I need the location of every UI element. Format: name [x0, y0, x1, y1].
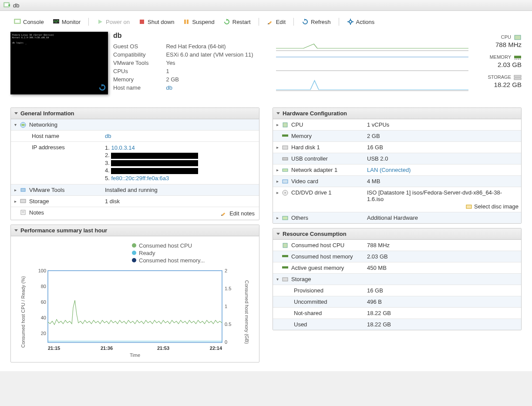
svg-text:0: 0 — [225, 339, 227, 345]
svg-rect-30 — [21, 188, 25, 191]
resource-panel: Resource Consumption Consumed host CPU78… — [273, 228, 522, 330]
disk-icon — [282, 276, 289, 282]
svg-rect-66 — [282, 266, 288, 268]
performance-header[interactable]: Performance summary last hour — [11, 225, 259, 236]
caret-down-icon[interactable]: ▾ — [276, 277, 279, 282]
svg-rect-64 — [283, 243, 287, 248]
resource-header[interactable]: Resource Consumption — [273, 228, 521, 240]
caret-down-icon — [14, 112, 18, 114]
caret-right-icon[interactable]: ▸ — [276, 168, 279, 172]
svg-text:1.5: 1.5 — [225, 286, 231, 291]
edit-notes-button[interactable]: Edit notes — [219, 209, 256, 218]
svg-rect-54 — [283, 123, 287, 127]
caret-right-icon[interactable]: ▸ — [276, 145, 279, 150]
restart-button[interactable]: Restart — [220, 17, 254, 27]
svg-text:21:36: 21:36 — [101, 346, 113, 351]
ip-address-list: 1. 10.0.3.14 2. 3. 4. 5. fe80::20c:29ff:… — [105, 144, 256, 182]
svg-rect-25 — [518, 59, 519, 60]
svg-rect-58 — [283, 169, 288, 171]
memory-icon — [282, 133, 289, 139]
svg-text:1: 1 — [225, 304, 227, 309]
svg-rect-27 — [514, 75, 521, 77]
caret-right-icon[interactable]: ▸ — [276, 190, 279, 195]
console-button[interactable]: Console — [10, 17, 47, 27]
caret-right-icon[interactable]: ▸ — [276, 179, 279, 184]
edit-button[interactable]: Edit — [263, 17, 289, 27]
hostname-link[interactable]: db — [166, 84, 253, 92]
svg-rect-31 — [20, 199, 26, 203]
monitor-button[interactable]: Monitor — [49, 17, 84, 27]
hostname-link[interactable]: db — [102, 131, 259, 142]
network-link[interactable]: LAN (Connected) — [364, 164, 521, 176]
svg-rect-56 — [283, 146, 288, 149]
thumbnail-refresh-icon[interactable] — [98, 84, 106, 93]
hardware-header[interactable]: Hardware Configuration — [273, 108, 521, 119]
svg-text:40: 40 — [41, 315, 46, 320]
svg-rect-22 — [514, 56, 521, 58]
restart-icon — [223, 18, 230, 25]
svg-rect-8 — [184, 20, 186, 24]
storage-icon — [514, 74, 522, 81]
cd-icon — [282, 190, 289, 196]
svg-point-14 — [349, 20, 352, 23]
caret-right-icon[interactable]: ▸ — [13, 199, 17, 204]
memory-icon — [282, 254, 289, 260]
redacted — [111, 153, 198, 159]
mem-stat: 2.03 GB — [474, 61, 522, 68]
caret-right-icon[interactable]: ▸ — [276, 122, 279, 127]
svg-rect-65 — [282, 255, 288, 257]
svg-rect-67 — [283, 278, 288, 281]
monitor-icon — [53, 18, 60, 25]
window-title: db — [13, 2, 19, 9]
ip-link[interactable]: 10.0.3.14 — [111, 144, 135, 151]
svg-rect-9 — [187, 20, 189, 24]
refresh-button[interactable]: Refresh — [298, 17, 334, 27]
actions-button[interactable]: Actions — [343, 17, 378, 27]
svg-marker-6 — [98, 20, 102, 24]
caret-right-icon[interactable]: ▸ — [13, 188, 17, 192]
console-thumbnail[interactable]: Fedora Linux 38 (Server Edition) Kernel … — [10, 32, 108, 94]
vm-name: db — [113, 32, 253, 40]
toolbar: Console Monitor Power on Shut down Suspe… — [10, 14, 522, 29]
thumbnail-text: Fedora Linux 38 (Server Edition) Kernel … — [10, 32, 108, 46]
svg-rect-57 — [283, 158, 288, 160]
svg-rect-32 — [21, 210, 25, 215]
svg-text:21:53: 21:53 — [157, 346, 169, 351]
shut-down-button[interactable]: Shut down — [135, 17, 178, 27]
svg-text:80: 80 — [41, 284, 46, 289]
storage-sparkline — [276, 75, 468, 91]
svg-point-61 — [285, 192, 286, 193]
caret-down-icon — [276, 112, 280, 114]
svg-rect-63 — [283, 216, 288, 220]
storage-stat: 18.22 GB — [474, 81, 522, 88]
hardware-icon — [282, 215, 289, 221]
y-left-label: Consumed host CPU / Ready (%) — [19, 266, 26, 358]
svg-rect-62 — [466, 205, 471, 208]
refresh-icon — [302, 18, 309, 25]
stop-icon — [138, 18, 145, 25]
svg-text:Time: Time — [130, 352, 140, 358]
chart-legend: Consumed host CPU Ready Consumed host me… — [132, 242, 251, 264]
select-disc-button[interactable]: Select disc image — [367, 203, 519, 210]
svg-rect-1 — [5, 3, 8, 6]
memory-icon — [514, 54, 522, 60]
caret-down-icon — [14, 229, 18, 232]
caret-right-icon[interactable]: ▸ — [276, 215, 279, 220]
play-icon — [97, 18, 104, 25]
performance-panel: Performance summary last hour Consumed h… — [10, 225, 259, 362]
general-info-header[interactable]: General Information — [11, 108, 259, 119]
suspend-button[interactable]: Suspend — [179, 17, 218, 27]
disk-icon — [282, 144, 289, 151]
svg-rect-28 — [514, 78, 521, 80]
svg-rect-4 — [15, 20, 20, 23]
power-on-button: Power on — [93, 17, 133, 27]
network-icon — [282, 167, 289, 173]
caret-down-icon[interactable]: ▾ — [13, 122, 17, 127]
ip-link[interactable]: fe80::20c:29ff:fe0a:6a3 — [111, 175, 169, 181]
general-info-panel: General Information ▾Networking Host nam… — [10, 107, 259, 220]
video-icon — [282, 178, 289, 185]
tools-icon — [20, 187, 27, 193]
svg-text:60: 60 — [41, 299, 46, 305]
pause-icon — [183, 18, 190, 25]
svg-rect-7 — [140, 20, 144, 24]
